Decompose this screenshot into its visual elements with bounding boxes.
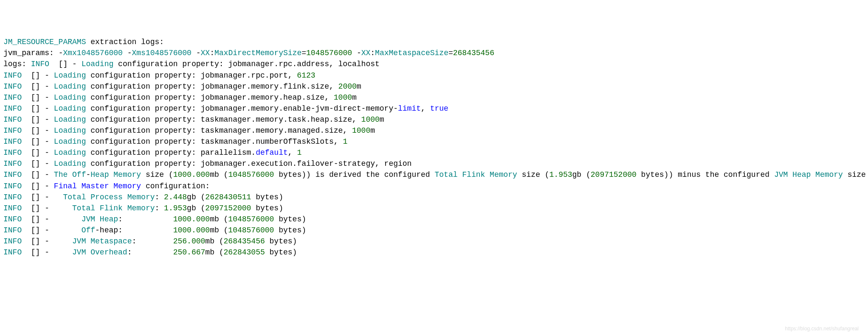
cfg-rpc-address: jobmanager.rpc.address, localhost	[228, 60, 379, 68]
log-level: INFO	[31, 60, 49, 68]
jvm-heap-memory-label: JVM Heap Memory	[774, 170, 843, 179]
log-level: INFO	[3, 248, 22, 257]
row-total-flink-memory: Total Flink Memory	[54, 204, 155, 212]
log-level: INFO	[3, 215, 22, 223]
log-level: INFO	[3, 237, 22, 246]
log-level: INFO	[3, 115, 22, 124]
cfg-task-heap-val: 1000	[361, 115, 380, 124]
log-level: INFO	[3, 204, 22, 212]
cfg-direct-limit-word: limit	[398, 104, 421, 113]
cfg-parallelism-val: 1	[297, 148, 302, 157]
cfg-slots-key: taskmanager.numberOfTaskSlots,	[201, 137, 343, 146]
cfg-flink-size-val: 2000	[338, 82, 357, 91]
row-off-heap-pre: Off	[54, 226, 95, 234]
final-master-memory-label: Final Master Memory	[54, 182, 141, 190]
header-suffix: extraction logs:	[86, 38, 164, 46]
log-level: INFO	[3, 193, 22, 201]
cfg-slots-val: 1	[343, 137, 347, 146]
cfg-direct-limit-pre: jobmanager.memory.enable-jvm-direct-memo…	[201, 104, 398, 113]
row-jvm-metaspace: JVM Metaspace	[54, 237, 132, 246]
cfg-task-heap-key: taskmanager.memory.task.heap.size,	[201, 115, 361, 124]
row-total-process-memory: Total Process Memory	[54, 193, 155, 201]
cfg-flink-size-key: jobmanager.memory.flink.size,	[201, 82, 338, 91]
jvm-mms-val: 268435456	[453, 49, 494, 57]
jvm-xmx: Xmx1048576000	[63, 49, 122, 57]
jvm-prefix: jvm_params:	[3, 49, 59, 57]
jvm-mdms-val: 1048576000	[306, 49, 352, 57]
cfg-heap-size-key: jobmanager.memory.heap.size,	[201, 93, 334, 102]
log-level: INFO	[3, 148, 22, 157]
log-level: INFO	[3, 104, 22, 113]
jvm-mdms-key: MaxDirectMemorySize	[214, 49, 302, 57]
loading-word: Loading	[82, 60, 114, 68]
jvm-mms-key: MaxMetaspaceSize	[375, 49, 448, 57]
log-level: INFO	[3, 182, 22, 190]
log-level: INFO	[3, 71, 22, 80]
off-heap-memory-label: Heap Memory	[90, 170, 141, 179]
cfg-managed-key: taskmanager.memory.managed.size,	[201, 126, 352, 135]
cfg-managed-val: 1000	[352, 126, 370, 135]
cfg-parallelism-default: default	[256, 148, 288, 157]
row-jvm-overhead: JVM Overhead	[54, 248, 127, 257]
header-label: JM_RESOURCE_PARAMS	[3, 38, 86, 46]
log-level: INFO	[3, 226, 22, 234]
log-level: INFO	[3, 93, 22, 102]
watermark-text: https://blog.csdn.net/shufangreal	[785, 325, 859, 328]
log-level: INFO	[3, 159, 22, 168]
log-level: INFO	[3, 170, 22, 179]
log-level: INFO	[3, 126, 22, 135]
total-flink-memory-label: Total Flink Memory	[434, 170, 517, 179]
cfg-parallelism-pre: parallelism.	[201, 148, 256, 157]
cfg-heap-size-val: 1000	[334, 93, 352, 102]
jvm-xms: Xms1048576000	[132, 49, 192, 57]
cfg-direct-limit-true: true	[430, 104, 448, 113]
cfg-rpc-port-val: 6123	[297, 71, 315, 80]
cfg-rpc-port-key: jobmanager.rpc.port,	[201, 71, 297, 80]
cfg-failover: jobmanager.execution.failover-strategy, …	[201, 159, 412, 168]
log-output: JM_RESOURCE_PARAMS extraction logs: jvm_…	[3, 36, 865, 258]
logs-prefix: logs:	[3, 60, 31, 68]
log-level: INFO	[3, 137, 22, 146]
log-level: INFO	[3, 82, 22, 91]
row-jvm-heap: JVM Heap	[54, 215, 118, 223]
